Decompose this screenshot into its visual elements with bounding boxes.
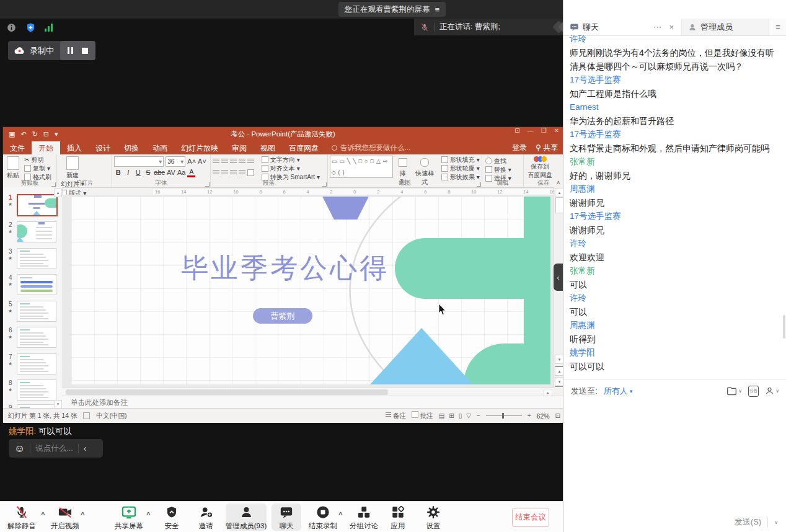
send-options-icon[interactable]: ∨ — [774, 520, 778, 525]
toolbar-apps-button[interactable]: 应用 — [384, 503, 412, 531]
info-icon[interactable] — [6, 22, 17, 33]
chat-close-icon[interactable]: × — [669, 22, 674, 32]
font-size-select[interactable]: 36▾ — [166, 156, 185, 167]
slide-thumbnail-1[interactable]: 1★ — [3, 194, 62, 219]
announcement-icon[interactable]: 公告 — [748, 386, 759, 397]
toolbar-expand-icon[interactable]: ∧ — [80, 510, 86, 516]
toolbar-mic-off-button[interactable]: 解除静音 — [2, 503, 41, 531]
notes-toggle[interactable]: 备注 — [386, 412, 406, 420]
toolbar-share-screen-button[interactable]: 共享屏幕 — [110, 503, 148, 531]
ppt-restore-icon[interactable]: ❐ — [541, 127, 547, 134]
ppt-tab-幻灯片放映[interactable]: 幻灯片放映 — [174, 141, 225, 154]
font-style-button-B[interactable]: B — [114, 169, 122, 176]
zoom-out-icon[interactable]: − — [477, 412, 480, 419]
toolbar-members-button[interactable]: 管理成员(93) — [226, 503, 267, 531]
pause-recording-button[interactable] — [68, 47, 73, 54]
find-button[interactable]: 查找 — [485, 157, 511, 165]
font-style-button-abc[interactable]: abc — [154, 169, 165, 176]
chat-sender-name[interactable]: 许玲 — [570, 35, 780, 46]
shape-glyph[interactable]: ( — [338, 169, 340, 175]
slide-thumbnail-5[interactable]: 5★ — [3, 301, 62, 326]
ppt-tab-设计[interactable]: 设计 — [89, 141, 117, 154]
comments-toggle[interactable]: 批注 — [412, 411, 433, 420]
network-signal-icon[interactable] — [45, 24, 53, 32]
font-style-button-AV[interactable]: AV — [167, 169, 175, 176]
toolbar-stop-record-button[interactable]: 结束录制 — [305, 503, 341, 531]
zoom-slider[interactable] — [486, 415, 522, 416]
ppt-login-button[interactable]: 登录 — [512, 143, 527, 153]
copy-button[interactable]: 复制 ▾ — [24, 164, 51, 172]
fit-to-window-icon[interactable]: ⊡ — [555, 412, 560, 419]
accessibility-icon[interactable] — [83, 412, 90, 419]
chat-sender-name[interactable]: 17号选手监赛 — [570, 210, 780, 223]
language-indicator[interactable]: 中文(中国) — [96, 412, 126, 420]
ppt-tab-切换[interactable]: 切换 — [117, 141, 146, 154]
slide-thumbnail-2[interactable]: 2★ — [3, 221, 62, 246]
grow-font-button[interactable]: A˄ — [187, 157, 196, 165]
chat-sender-name[interactable]: 张常新 — [570, 264, 780, 278]
font-style-button-S[interactable]: S — [144, 169, 152, 176]
toolbar-expand-icon[interactable]: ∧ — [40, 510, 46, 516]
font-style-button-U[interactable]: U — [134, 169, 142, 176]
text-direction-button[interactable]: 文字方向 ▾ — [262, 156, 320, 164]
font-style-button-Aa[interactable]: Aa — [177, 169, 185, 176]
toolbar-shield-button[interactable]: 安全 — [157, 503, 186, 531]
end-meeting-button[interactable]: 结束会议 — [512, 508, 549, 527]
ppt-close-icon[interactable]: ✕ — [554, 127, 559, 134]
ppt-tab-动画[interactable]: 动画 — [146, 141, 174, 154]
drawing-dialog-launcher[interactable] — [477, 182, 481, 187]
shape-glyph[interactable]: ) — [343, 169, 345, 175]
chat-member-filter-icon[interactable]: ∨ — [765, 386, 779, 396]
font-dialog-launcher[interactable] — [205, 182, 210, 187]
send-to-select[interactable]: 所有人▾ — [604, 386, 633, 397]
shrink-font-button[interactable]: A˅ — [198, 157, 206, 165]
thumbnail-scroll-down-icon[interactable]: ▾ — [54, 400, 62, 409]
shape-glyph[interactable]: ╲ — [353, 158, 356, 164]
hscrollbar-thumb[interactable] — [66, 389, 388, 395]
slide-thumbnail-4[interactable]: 4★ — [3, 274, 62, 299]
shape-glyph[interactable]: ▭ — [332, 158, 337, 164]
shape-glyph[interactable]: ⇨ — [383, 158, 388, 164]
notes-pane[interactable]: 单击此处添加备注 — [62, 396, 572, 409]
chat-message-input[interactable] — [563, 402, 786, 512]
slide-title[interactable]: 毕业季考公心得 — [146, 250, 425, 286]
slide-horizontal-scrollbar[interactable]: ▸ — [62, 388, 554, 396]
toolbar-cam-off-button[interactable]: 开启视频 — [47, 503, 83, 531]
chat-message-list[interactable]: 许玲师兄刚刚说华为有4个法务的岗位，但是我好像没有听清具体是哪四个～可以麻烦师兄… — [563, 35, 786, 379]
shape-fill-button[interactable]: 形状填充 ▾ — [441, 156, 480, 164]
font-style-button-A[interactable]: A — [187, 168, 195, 177]
viewing-banner[interactable]: 您正在观看曹紫荆的屏幕 ≡ — [338, 2, 446, 17]
chat-folder-icon[interactable]: ∨ — [726, 386, 742, 396]
collapse-ribbon-icon[interactable]: ∧ — [556, 179, 560, 185]
chat-input-placeholder[interactable]: 说点什么... — [35, 443, 73, 454]
ppt-tab-视图[interactable]: 视图 — [254, 141, 282, 154]
chat-sender-name[interactable]: 姚学阳 — [570, 346, 780, 360]
clipboard-dialog-launcher[interactable] — [51, 182, 56, 187]
ppt-tab-文件[interactable]: 文件 — [3, 141, 32, 154]
collapse-input-icon[interactable]: ‹ — [84, 443, 87, 453]
tell-me-search[interactable]: 告诉我您想要做什么... — [325, 141, 417, 154]
slide-thumbnail-6[interactable]: 6★ — [3, 327, 62, 352]
font-name-select[interactable]: ▾ — [114, 156, 164, 167]
shape-outline-button[interactable]: 形状轮廓 ▾ — [441, 164, 480, 172]
panel-collapse-handle[interactable]: ‹ — [554, 264, 563, 291]
ppt-tab-百度网盘[interactable]: 百度网盘 — [282, 141, 325, 154]
cut-button[interactable]: ✂剪切 — [24, 156, 51, 164]
toolbar-expand-icon[interactable]: ∧ — [338, 510, 343, 516]
toolbar-expand-icon[interactable]: ∧ — [146, 510, 151, 516]
view-mode-icon-0[interactable]: ▤ — [439, 412, 444, 419]
chat-sender-name[interactable]: 许玲 — [570, 237, 780, 250]
panel-menu-icon[interactable]: ≡ — [769, 19, 786, 36]
chat-more-icon[interactable]: ⋯ — [653, 22, 661, 32]
ppt-tab-开始[interactable]: 开始 — [32, 141, 60, 154]
toolbar-chat-button[interactable]: 聊天 — [272, 503, 301, 531]
shape-glyph[interactable]: ○ — [364, 158, 368, 164]
chat-sender-name[interactable]: 周惠渊 — [570, 182, 780, 196]
paragraph-dialog-launcher[interactable] — [322, 182, 327, 187]
slide[interactable]: 毕业季考公心得 曹紫荆 — [71, 197, 550, 384]
ppt-tab-审阅[interactable]: 审阅 — [225, 141, 254, 154]
shape-glyph[interactable]: □ — [370, 158, 373, 164]
zoom-level[interactable]: 62% — [537, 412, 550, 420]
replace-button[interactable]: 替换 ▾ — [485, 166, 511, 174]
thumbnail-scroll-up-icon[interactable]: ▴ — [54, 188, 62, 197]
